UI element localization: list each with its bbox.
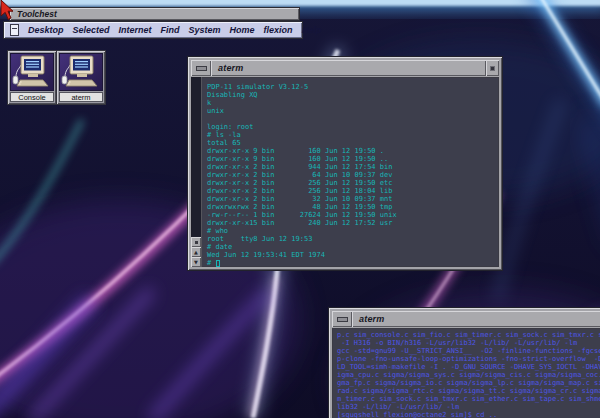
window-menu-dash-icon (337, 317, 348, 322)
terminal-screen[interactable]: PDP-11 simulator V3.12-5Disabling XQkuni… (202, 77, 499, 267)
terminal-line: # date (207, 243, 499, 251)
terminal-line: drwxr-xr-x 9 bin 160 Jun 12 19:50 . (207, 147, 499, 155)
desktop-icon-aterm[interactable]: aterm (57, 51, 105, 104)
terminal-line: drwxr-xr-x 2 bin 944 Jun 12 17:54 bin (207, 163, 499, 171)
window-titlebar[interactable]: aterm (191, 60, 499, 76)
terminal-line: drwxr-xr-x 9 bin 160 Jun 12 19:50 .. (207, 155, 499, 163)
terminal-line: # who (207, 227, 499, 235)
toolchest-menubar: Desktop Selected Internet Find System Ho… (4, 22, 302, 38)
terminal-line: root tty8 Jun 12 19:53 (207, 235, 499, 243)
menu-item-internet[interactable]: Internet (119, 25, 152, 35)
menu-item-help[interactable]: Help (302, 25, 322, 35)
desktop: { "pointer": {"type": "red-arrow"}, "col… (0, 0, 600, 418)
terminal-line: p-clone -fno-unsafe-loop-optimizations -… (337, 355, 600, 363)
terminal-screen[interactable]: p.c sim_console.c sim_fio.c sim_timer.c … (332, 328, 600, 418)
terminal-line: p.c sim_console.c sim_fio.c sim_timer.c … (337, 331, 600, 339)
terminal-line: unix (207, 107, 499, 115)
toolchest-titlebar[interactable]: Toolchest (10, 8, 299, 20)
terminal-line: gma_fp.c sigma/sigma_io.c sigma/sigma_lp… (337, 379, 600, 387)
scrollbar[interactable]: ▲ ▼ (191, 77, 202, 267)
window-title: aterm (352, 311, 600, 327)
terminal-line: Disabling XQ (207, 91, 499, 99)
terminal-client: ▲ ▼ PDP-11 simulator V3.12-5Disabling XQ… (191, 77, 499, 267)
scroll-down-button[interactable]: ▼ (191, 257, 201, 267)
terminal-line: igma_cpu.c sigma/sigma_sys.c sigma/sigma… (337, 371, 600, 379)
computer-icon (10, 53, 54, 91)
menu-item-home[interactable]: Home (230, 25, 255, 35)
menu-item-flexion[interactable]: flexion (264, 25, 293, 35)
menu-item-find[interactable]: Find (161, 25, 180, 35)
terminal-client: p.c sim_console.c sim_fio.c sim_timer.c … (332, 328, 600, 418)
menu-item-system[interactable]: System (189, 25, 221, 35)
terminal-output: PDP-11 simulator V3.12-5Disabling XQkuni… (207, 83, 499, 259)
toolchest-title: Toolchest (17, 9, 57, 19)
terminal-line (207, 115, 499, 123)
terminal-line: # ls -la (207, 131, 499, 139)
terminal-line: drwxrwxrwx 2 bin 48 Jun 12 19:50 tmp (207, 203, 499, 211)
terminal-line: gcc -std=gnu99 -U__STRICT_ANSI__ -O2 -fi… (337, 347, 600, 355)
terminal-output: p.c sim_console.c sim_fio.c sim_timer.c … (337, 331, 600, 418)
terminal-line: drwxr-xr-x 2 bin 256 Jun 12 18:04 lib (207, 187, 499, 195)
window-menu-button[interactable] (332, 311, 352, 327)
mouse-pointer-icon (0, 0, 16, 26)
terminal-line: drwxr-xr-x 2 bin 64 Jun 10 09:37 dev (207, 171, 499, 179)
aterm-window-build: aterm p.c sim_console.c sim_fio.c sim_ti… (329, 308, 600, 418)
menu-item-selected[interactable]: Selected (73, 25, 110, 35)
scroll-dot-icon (195, 241, 198, 244)
computer-icon (59, 53, 103, 91)
scroll-menu-button[interactable] (191, 237, 201, 247)
desktop-icon-console[interactable]: Console (8, 51, 56, 104)
aterm-window-pdp11: aterm ▲ ▼ PDP-11 simulator V3.12-5Disabl… (188, 57, 502, 270)
terminal-line: drwxr-xr-x15 bin 240 Jun 12 17:52 usr (207, 219, 499, 227)
icon-label-console: Console (10, 92, 54, 102)
window-title: aterm (211, 60, 486, 76)
terminal-line: drwxr-xr-x 2 bin 32 Jun 10 09:37 mnt (207, 195, 499, 203)
scroll-up-button[interactable]: ▲ (191, 247, 201, 257)
text-cursor (216, 260, 220, 267)
terminal-line: -I H316 -o BIN/h316 -L/usr/lib32 -L/lib/… (337, 339, 600, 347)
terminal-line: login: root (207, 123, 499, 131)
terminal-line: total 65 (207, 139, 499, 147)
maximize-dot-icon (490, 66, 495, 71)
terminal-line: k (207, 99, 499, 107)
window-menu-button[interactable] (191, 60, 211, 76)
maximize-button[interactable] (486, 60, 499, 76)
terminal-line: Wed Jun 12 19:53:41 EDT 1974 (207, 251, 499, 259)
terminal-line: drwxr-xr-x 2 bin 256 Jun 12 19:50 etc (207, 179, 499, 187)
window-titlebar[interactable]: aterm (332, 311, 600, 327)
terminal-line: PDP-11 simulator V3.12-5 (207, 83, 499, 91)
prompt-row: # (207, 259, 499, 267)
window-menu-dash-icon (196, 66, 207, 71)
menu-item-desktop[interactable]: Desktop (28, 25, 64, 35)
terminal-line: -rw-r--r-- 1 bin 27624 Jun 12 19:50 unix (207, 211, 499, 219)
terminal-line: [sgugshell flexion@octane2 sim]$ cd .. (337, 411, 600, 418)
shell-prompt: # (207, 259, 215, 267)
icon-label-aterm: aterm (59, 92, 103, 102)
terminal-line: lib32 -L/lib/ -L/usr/lib/ -lm (337, 403, 600, 411)
terminal-line: LD_TOOL=simh-makefile -I . -D_GNU_SOURCE… (337, 363, 600, 371)
terminal-line: m_timer.c sim_sock.c sim_tmxr.c sim_ethe… (337, 395, 600, 403)
terminal-line: rad.c sigma/sigma_rtc.c sigma/sigma_tt.c… (337, 387, 600, 395)
